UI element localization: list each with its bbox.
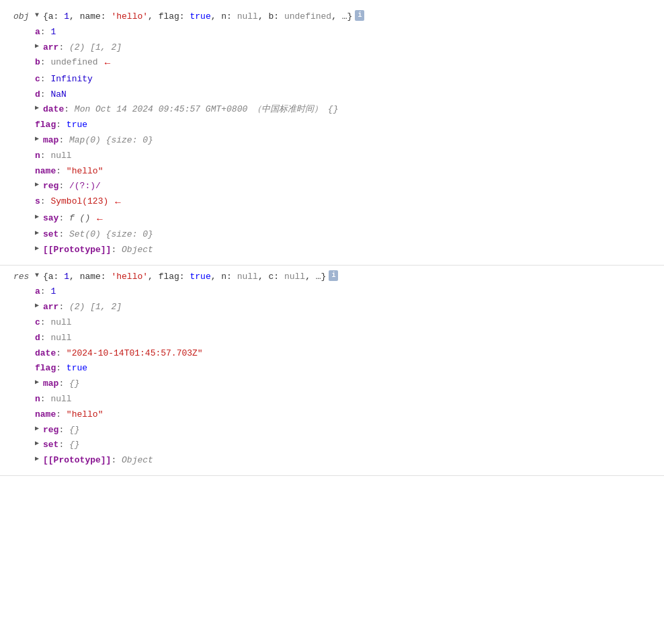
- res-row-prototype: [[Prototype]]: Object: [0, 453, 664, 469]
- res-arr-expand-triangle[interactable]: [35, 300, 43, 311]
- s-arrow: ←: [115, 195, 120, 210]
- date-expand-triangle[interactable]: [35, 103, 43, 114]
- res-prototype-expand-triangle[interactable]: [35, 454, 43, 465]
- obj-row-n: n: null: [0, 149, 664, 164]
- res-var-label: res: [7, 270, 35, 284]
- res-summary: {a: 1, name: 'hello', flag: true, n: nul…: [43, 270, 326, 284]
- say-expand-triangle[interactable]: [35, 212, 43, 223]
- obj-row-name: name: "hello": [0, 164, 664, 179]
- res-section: res {a: 1, name: 'hello', flag: true, n:…: [0, 266, 664, 476]
- obj-row-b: b: undefined ←: [0, 55, 664, 71]
- res-expand-triangle[interactable]: [35, 270, 43, 281]
- obj-summary: {a: 1, name: 'hello', flag: true, n: nul…: [43, 10, 352, 24]
- res-row-arr: arr: (2) [1, 2]: [0, 300, 664, 315]
- obj-row-say: say: f () ←: [0, 211, 664, 227]
- obj-section: obj {a: 1, name: 'hello', flag: true, n:…: [0, 5, 664, 266]
- res-row-a: a: 1: [0, 284, 664, 300]
- res-row-c: c: null: [0, 315, 664, 331]
- obj-row-reg: reg: /(?:)/: [0, 179, 664, 194]
- obj-row-prototype: [[Prototype]]: Object: [0, 243, 664, 258]
- reg-expand-triangle[interactable]: [35, 179, 43, 190]
- res-reg-expand-triangle[interactable]: [35, 424, 43, 434]
- obj-row-flag: flag: true: [0, 118, 664, 133]
- obj-row-a: a: 1: [0, 25, 664, 40]
- obj-row-map: map: Map(0) {size: 0}: [0, 133, 664, 149]
- obj-info-badge[interactable]: i: [355, 10, 364, 21]
- arr-expand-triangle[interactable]: [35, 41, 43, 52]
- obj-row-d: d: NaN: [0, 87, 664, 103]
- res-row-n: n: null: [0, 392, 664, 407]
- obj-row-arr: arr: (2) [1, 2]: [0, 40, 664, 56]
- obj-row-c: c: Infinity: [0, 72, 664, 87]
- say-arrow: ←: [97, 212, 102, 227]
- res-info-badge[interactable]: i: [329, 270, 338, 281]
- res-row-d: d: null: [0, 331, 664, 346]
- res-row-set: set: {}: [0, 438, 664, 453]
- obj-top-row: obj {a: 1, name: 'hello', flag: true, n:…: [0, 9, 664, 25]
- obj-row-date: date: Mon Oct 14 2024 09:45:57 GMT+0800 …: [0, 102, 664, 118]
- set-expand-triangle[interactable]: [35, 228, 43, 239]
- res-map-expand-triangle[interactable]: [35, 377, 43, 388]
- obj-expand-triangle[interactable]: [35, 10, 43, 21]
- b-arrow: ←: [105, 56, 110, 71]
- obj-var-label: obj: [7, 10, 35, 24]
- obj-prototype-expand-triangle[interactable]: [35, 243, 43, 254]
- res-top-row: res {a: 1, name: 'hello', flag: true, n:…: [0, 270, 664, 285]
- res-row-date: date: "2024-10-14T01:45:57.703Z": [0, 346, 664, 362]
- map-expand-triangle[interactable]: [35, 134, 43, 145]
- res-row-map: map: {}: [0, 376, 664, 392]
- obj-row-set: set: Set(0) {size: 0}: [0, 227, 664, 243]
- obj-row-s: s: Symbol(123) ←: [0, 194, 664, 210]
- res-row-flag: flag: true: [0, 361, 664, 376]
- console-panel: obj {a: 1, name: 'hello', flag: true, n:…: [0, 0, 664, 481]
- res-row-reg: reg: {}: [0, 423, 664, 438]
- res-set-expand-triangle[interactable]: [35, 438, 43, 449]
- res-row-name: name: "hello": [0, 407, 664, 423]
